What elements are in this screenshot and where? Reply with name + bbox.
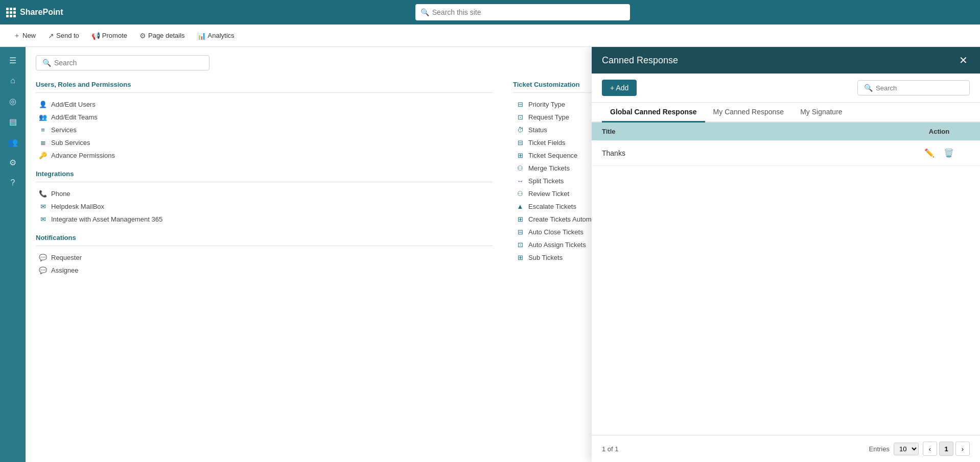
users-icon: 👤	[39, 101, 47, 108]
top-search-bar: 🔍	[415, 4, 630, 20]
content-search-input[interactable]	[54, 59, 203, 67]
sidebar-settings[interactable]: ⚙	[4, 153, 22, 172]
canned-response-panel: Canned Response ✕ + Add 🔍 Global Canned …	[592, 47, 980, 462]
row-actions: ✏️ 🗑️	[908, 147, 970, 159]
section2-divider	[36, 182, 493, 182]
ticket-fields-icon: ⊟	[516, 139, 524, 147]
panel-toolbar: + Add 🔍	[592, 74, 980, 103]
request-type-icon: ⊡	[516, 113, 524, 121]
auto-close-icon: ⊟	[516, 228, 524, 236]
panel-search-bar: 🔍	[857, 80, 970, 95]
entries-label: Entries	[869, 445, 890, 453]
sidebar-hamburger[interactable]: ☰	[4, 51, 22, 69]
requester-icon: 💬	[39, 254, 47, 261]
waffle-icon	[6, 8, 16, 17]
column-action: Action	[908, 128, 970, 135]
column-title: Title	[602, 128, 908, 135]
promote-icon: 📢	[91, 32, 100, 40]
priority-icon: ⊟	[516, 101, 524, 108]
plus-icon: ＋	[13, 31, 20, 40]
analytics-button[interactable]: 📊 Analytics	[192, 29, 240, 43]
section-notifications-title: Notifications	[36, 234, 493, 241]
main-layout: ☰ ⌂ ◎ ▤ 👥 ⚙ ? 🔍 Users, Roles and Permiss…	[0, 47, 980, 462]
left-menu-column: Users, Roles and Permissions 👤 Add/Edit …	[36, 81, 493, 277]
page-details-button[interactable]: ⚙ Page details	[134, 29, 190, 43]
sidebar-team[interactable]: 👥	[4, 133, 22, 151]
edit-icon[interactable]: ✏️	[923, 147, 936, 159]
panel-search-icon: 🔍	[864, 84, 873, 92]
panel-close-button[interactable]: ✕	[957, 52, 970, 68]
split-icon: ↔	[516, 177, 524, 185]
menu-item-phone[interactable]: 📞 Phone	[36, 187, 493, 200]
new-button[interactable]: ＋ New	[8, 28, 41, 43]
merge-icon: ⚇	[516, 164, 524, 172]
content-search-icon: 🔍	[42, 59, 51, 67]
pagination-summary: 1 of 1	[602, 445, 619, 453]
menu-item-add-edit-teams[interactable]: 👥 Add/Edit Teams	[36, 111, 493, 124]
services-icon: ≡	[39, 126, 47, 134]
auto-assign-icon: ⊡	[516, 241, 524, 249]
send-icon: ↗	[48, 32, 54, 40]
sidebar: ☰ ⌂ ◎ ▤ 👥 ⚙ ?	[0, 47, 26, 462]
tab-my-canned-response[interactable]: My Canned Response	[705, 103, 792, 123]
content-area: 🔍 Users, Roles and Permissions 👤 Add/Edi…	[26, 47, 980, 462]
panel-pagination: 1 of 1 Entries 10 25 50 ‹ 1 ›	[592, 435, 980, 462]
panel-table: Title Action Thanks ✏️ 🗑️	[592, 123, 980, 435]
menu-item-sub-services[interactable]: ≣ Sub Services	[36, 136, 493, 149]
teams-icon: 👥	[39, 113, 47, 121]
sidebar-help[interactable]: ?	[4, 174, 22, 192]
sidebar-globe[interactable]: ◎	[4, 92, 22, 110]
menu-item-helpdesk-mailbox[interactable]: ✉ Helpdesk MailBox	[36, 200, 493, 213]
section1-divider	[36, 92, 493, 93]
section3-divider	[36, 246, 493, 246]
panel-header: Canned Response ✕	[592, 47, 980, 74]
delete-icon[interactable]: 🗑️	[942, 147, 955, 159]
create-tickets-icon: ⊞	[516, 215, 524, 223]
permissions-icon: 🔑	[39, 152, 47, 159]
send-to-button[interactable]: ↗ Send to	[43, 29, 84, 43]
command-bar: ＋ New ↗ Send to 📢 Promote ⚙ Page details…	[0, 25, 980, 47]
phone-icon: 📞	[39, 190, 47, 198]
top-search-input[interactable]	[432, 8, 625, 16]
panel-title: Canned Response	[602, 55, 678, 66]
next-page-button[interactable]: ›	[955, 442, 970, 456]
section-users-title: Users, Roles and Permissions	[36, 81, 493, 88]
page-nav: ‹ 1 ›	[923, 442, 970, 456]
analytics-icon: 📊	[197, 32, 206, 40]
tab-global-canned-response[interactable]: Global Canned Response	[602, 103, 705, 123]
app-logo: SharePoint	[6, 8, 63, 17]
content-search-bar: 🔍	[36, 55, 209, 70]
current-page[interactable]: 1	[939, 442, 953, 456]
assignee-icon: 💬	[39, 266, 47, 274]
app-name: SharePoint	[20, 8, 63, 17]
review-icon: ⚇	[516, 190, 524, 198]
entries-select[interactable]: 10 25 50	[894, 443, 919, 455]
pagination-right: Entries 10 25 50 ‹ 1 ›	[869, 442, 970, 456]
menu-item-requester[interactable]: 💬 Requester	[36, 251, 493, 264]
panel-search-input[interactable]	[876, 84, 963, 92]
menu-item-advance-permissions[interactable]: 🔑 Advance Permissions	[36, 149, 493, 162]
section-integrations-title: Integrations	[36, 170, 493, 178]
sub-tickets-icon: ⊞	[516, 254, 524, 261]
ticket-sequence-icon: ⊞	[516, 152, 524, 159]
top-search-icon: 🔍	[421, 8, 429, 16]
panel-tabs: Global Canned Response My Canned Respons…	[592, 103, 980, 123]
row-title-thanks: Thanks	[602, 149, 908, 157]
escalate-icon: ▲	[516, 203, 524, 210]
prev-page-button[interactable]: ‹	[923, 442, 937, 456]
sidebar-chart[interactable]: ▤	[4, 112, 22, 131]
add-button[interactable]: + Add	[602, 80, 637, 96]
table-row: Thanks ✏️ 🗑️	[592, 140, 980, 166]
tab-my-signature[interactable]: My Signature	[792, 103, 850, 123]
table-header: Title Action	[592, 123, 980, 140]
sidebar-home[interactable]: ⌂	[4, 71, 22, 90]
mail-icon: ✉	[39, 203, 47, 210]
menu-item-assignee[interactable]: 💬 Assignee	[36, 264, 493, 277]
status-icon: ⏱	[516, 126, 524, 134]
menu-item-services[interactable]: ≡ Services	[36, 124, 493, 136]
page-details-icon: ⚙	[139, 32, 146, 40]
menu-item-asset-management[interactable]: ✉ Integrate with Asset Management 365	[36, 213, 493, 226]
promote-button[interactable]: 📢 Promote	[86, 29, 132, 43]
top-bar: SharePoint 🔍	[0, 0, 980, 25]
menu-item-add-edit-users[interactable]: 👤 Add/Edit Users	[36, 98, 493, 111]
